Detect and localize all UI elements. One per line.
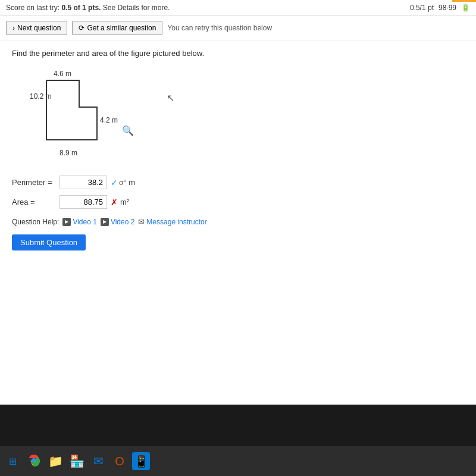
cursor-icon: ↖ [167, 92, 174, 104]
taskbar-folder-icon[interactable]: 📁 [46, 452, 64, 470]
perimeter-row: Perimeter = ✓ σ° m [12, 176, 464, 189]
zoom-icon: 🔍 [122, 125, 134, 136]
area-input[interactable] [60, 195, 107, 209]
message-instructor-link[interactable]: ✉ Message instructor [138, 217, 206, 226]
area-row: Area = ✗ m² [12, 195, 464, 209]
taskbar-chrome-icon[interactable] [25, 452, 43, 470]
score-display: 98·99 [439, 4, 456, 12]
taskbar-inner: ⊞ 📁 🏪 ✉ O 📱 [0, 446, 476, 476]
pts-display: 0.5/1 pt [410, 4, 434, 12]
perimeter-input[interactable] [60, 176, 107, 189]
area-unit: m² [120, 198, 129, 206]
similar-label: Get a similar question [87, 24, 156, 32]
l-shape-figure [46, 80, 130, 170]
score-bar: Score on last try: 0.5 of 1 pts. See Det… [0, 0, 476, 16]
answers-section: Perimeter = ✓ σ° m Area = ✗ m² [12, 176, 464, 209]
perimeter-unit: m [129, 178, 135, 187]
score-suffix: See Details for more. [101, 4, 170, 12]
score-prefix: Score on last try: [6, 4, 61, 12]
figure-area: 4.6 m 10.2 m 4.2 m 8.9 m 🔍 ↖ [12, 68, 464, 164]
video1-link[interactable]: ▶ Video 1 [62, 218, 96, 226]
score-text: Score on last try: 0.5 of 1 pts. See Det… [6, 4, 170, 12]
message-instructor-label: Message instructor [146, 218, 206, 226]
video1-label: Video 1 [73, 218, 96, 226]
submit-question-button[interactable]: Submit Question [12, 234, 86, 250]
question-help: Question Help: ▶ Video 1 ▶ Video 2 ✉ Mes… [12, 217, 464, 226]
top-right-info: 0.5/1 pt 98·99 🔋 [410, 4, 470, 12]
next-question-label: Next question [17, 24, 61, 32]
video1-play-icon: ▶ [62, 218, 71, 226]
get-similar-button[interactable]: ⟳ Get a similar question [72, 21, 162, 35]
perimeter-label: Perimeter = [12, 178, 60, 187]
taskbar-store-icon[interactable]: 🏪 [68, 452, 86, 470]
taskbar: ⊞ 📁 🏪 ✉ O 📱 [0, 405, 476, 476]
perimeter-correct-icon: ✓ [111, 178, 118, 187]
taskbar-phone-icon[interactable]: 📱 [132, 452, 150, 470]
shape-container: 4.6 m 10.2 m 4.2 m 8.9 m [30, 68, 149, 164]
video2-link[interactable]: ▶ Video 2 [101, 218, 134, 226]
taskbar-mail-icon[interactable]: ✉ [89, 452, 107, 470]
next-question-button[interactable]: › Next question [6, 21, 67, 35]
main-content: Find the perimeter and area of the figur… [0, 40, 476, 259]
video2-label: Video 2 [111, 218, 134, 226]
score-value: 0.5 of 1 pts. [61, 4, 101, 12]
battery-display: 🔋 [461, 4, 470, 12]
help-label: Question Help: [12, 218, 59, 226]
area-label: Area = [12, 198, 60, 206]
taskbar-office-icon[interactable]: O [111, 452, 129, 470]
label-top: 4.6 m [54, 70, 71, 78]
retry-text: You can retry this question below [167, 24, 272, 32]
video2-play-icon: ▶ [101, 218, 109, 226]
sigma-icon: σ° [119, 178, 126, 187]
question-text: Find the perimeter and area of the figur… [12, 49, 464, 58]
mail-icon: ✉ [138, 217, 145, 226]
area-incorrect-icon: ✗ [111, 198, 118, 207]
refresh-icon: ⟳ [79, 24, 84, 32]
accent-bar [452, 0, 476, 2]
toolbar: › Next question ⟳ Get a similar question… [0, 16, 476, 40]
taskbar-start-icon[interactable]: ⊞ [4, 452, 21, 470]
submit-label: Submit Question [20, 238, 77, 247]
chevron-right-icon: › [12, 24, 15, 32]
